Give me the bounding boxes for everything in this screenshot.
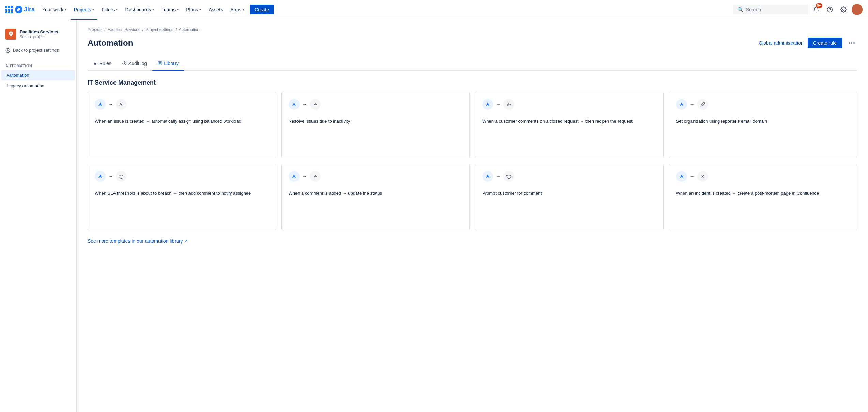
notifications-button[interactable]: 9+ [811,4,822,15]
tabs: Rules Audit log Library [88,57,857,71]
nav-item-filters[interactable]: Filters ▾ [98,5,121,14]
arrow-icon: → [496,174,501,179]
card-text: When an incident is created → create a p… [676,190,850,197]
see-more-link[interactable]: See more templates in our automation lib… [88,238,188,244]
search-icon: 🔍 [737,7,743,12]
trigger-icon [676,171,687,182]
chevron-icon: ▾ [243,8,244,11]
action-icon-pencil [697,99,708,110]
help-button[interactable] [824,4,835,15]
svg-point-2 [843,9,844,10]
sidebar-item-legacy-automation[interactable]: Legacy automation [1,80,75,91]
svg-marker-21 [98,174,102,178]
project-type: Service project [20,35,58,39]
arrow-icon: → [496,102,501,107]
arrow-icon: → [690,102,695,107]
action-icon-reopen3 [310,171,321,182]
action-icon-cross [697,171,708,182]
action-icon-person [116,99,127,110]
chevron-icon: ▾ [177,8,179,11]
create-rule-button[interactable]: Create rule [808,38,842,48]
card-comment-status[interactable]: → When a comment is added → update the s… [281,164,470,230]
card-resolve-inactivity[interactable]: → Resolve issues due to inactivity [281,92,470,158]
svg-point-7 [849,42,850,44]
chevron-icon: ▾ [92,8,94,11]
card-set-organization[interactable]: → Set organization using reporter's emai… [669,92,857,158]
nav-item-assets[interactable]: Assets [205,5,226,14]
action-icon-reopen [310,99,321,110]
card-reopen-closed[interactable]: → When a customer comments on a closed r… [475,92,664,158]
card-text: When a comment is added → update the sta… [289,190,463,197]
svg-marker-19 [486,102,490,106]
sidebar-item-automation[interactable]: Automation [1,70,75,80]
trigger-icon [95,171,106,182]
card-sla-breach[interactable]: → When SLA threshold is about to breach … [88,164,276,230]
trigger-icon [482,171,493,182]
search-placeholder: Search [746,7,761,12]
sidebar: Facilities Services Service project Back… [0,19,77,412]
svg-point-3 [856,8,858,10]
arrow-icon: → [690,174,695,179]
svg-marker-20 [680,102,683,106]
card-text: When a customer comments on a closed req… [482,118,656,125]
card-icon-row: → [676,171,850,182]
action-icon-refresh2 [503,171,514,182]
cards-row-1: → When an issue is created → automatical… [88,92,857,158]
card-text: Prompt customer for comment [482,190,656,197]
breadcrumb-project-settings[interactable]: Project settings [146,27,173,32]
arrow-icon: → [108,174,113,179]
chevron-icon: ▾ [65,8,66,11]
svg-point-9 [853,42,855,44]
project-name: Facilities Services [20,29,58,35]
chevron-icon: ▾ [116,8,118,11]
create-button[interactable]: Create [250,5,274,14]
nav-item-plans[interactable]: Plans ▾ [183,5,204,14]
nav-item-dashboards[interactable]: Dashboards ▾ [122,5,157,14]
svg-marker-23 [486,174,490,178]
chevron-icon: ▾ [199,8,201,11]
svg-point-8 [851,42,852,44]
card-icon-row: → [95,171,269,182]
page-header-actions: Global administration Create rule [759,38,857,48]
settings-button[interactable] [838,4,849,15]
more-options-button[interactable] [846,38,857,48]
breadcrumb-current: Automation [179,27,199,32]
card-incident-confluence[interactable]: → When an incident is created → create a… [669,164,857,230]
global-administration-link[interactable]: Global administration [759,40,804,46]
action-icon-reopen2 [503,99,514,110]
trigger-icon [482,99,493,110]
search-box[interactable]: 🔍 Search [733,5,808,14]
nav-right: 🔍 Search 9+ [733,4,863,15]
breadcrumb: Projects / Facilities Services / Project… [88,27,857,32]
arrow-icon: → [302,174,307,179]
action-icon-refresh [116,171,127,182]
nav-item-projects[interactable]: Projects ▾ [71,5,98,14]
card-icon-row: → [95,99,269,110]
user-avatar[interactable] [852,4,863,15]
nav-item-your-work[interactable]: Your work ▾ [39,5,70,14]
card-prompt-customer[interactable]: → Prompt customer for comment [475,164,664,230]
breadcrumb-projects[interactable]: Projects [88,27,102,32]
nav-logo[interactable]: Jira [5,6,35,13]
breadcrumb-facilities[interactable]: Facilities Services [108,27,140,32]
jira-logo[interactable]: Jira [15,6,35,13]
card-assign-workload[interactable]: → When an issue is created → automatical… [88,92,276,158]
svg-marker-24 [680,174,683,178]
layout: Facilities Services Service project Back… [0,19,868,412]
trigger-icon [289,171,300,182]
project-icon [5,29,16,40]
page-title: Automation [88,38,133,48]
nav-items: Your work ▾ Projects ▾ Filters ▾ Dashboa… [39,5,274,14]
nav-item-teams[interactable]: Teams ▾ [158,5,182,14]
jira-wordmark: Jira [24,6,35,13]
grid-icon [5,6,13,13]
tab-audit-log[interactable]: Audit log [117,57,152,71]
card-icon-row: → [482,99,656,110]
tab-rules[interactable]: Rules [88,57,117,71]
notification-badge: 9+ [816,3,822,8]
nav-item-apps[interactable]: Apps ▾ [227,5,248,14]
sidebar-project-header: Facilities Services Service project [0,26,76,45]
back-to-settings-link[interactable]: Back to project settings [0,45,76,56]
tab-library[interactable]: Library [152,57,184,71]
arrow-icon: → [302,102,307,107]
